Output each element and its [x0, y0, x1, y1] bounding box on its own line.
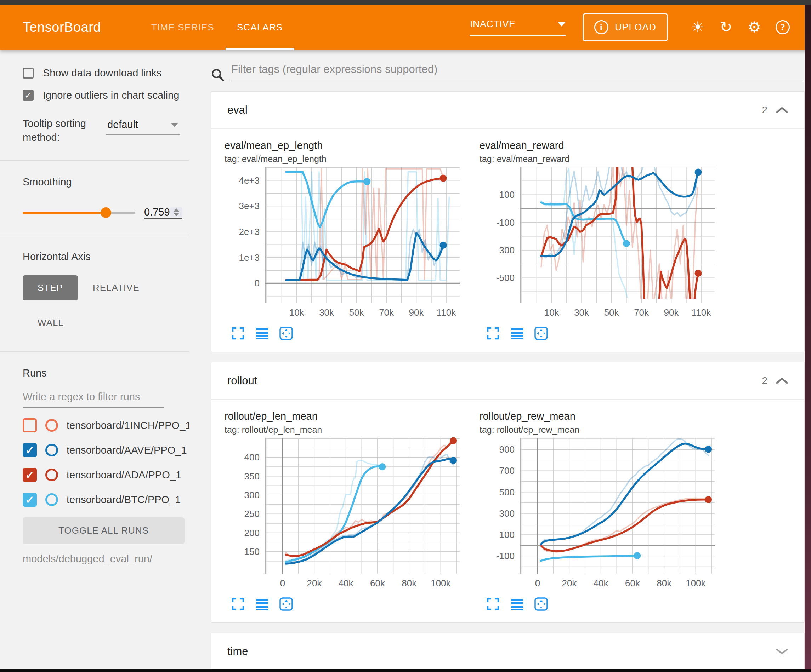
- svg-text:60k: 60k: [625, 578, 640, 589]
- run-checkbox[interactable]: ✓: [23, 468, 37, 482]
- ignore-outliers-row: ✓ Ignore outliers in chart scaling: [23, 90, 189, 101]
- bottom-bar: [0, 669, 811, 672]
- svg-text:80k: 80k: [657, 578, 672, 589]
- tag-filter-input[interactable]: [231, 63, 803, 81]
- show-download-links-checkbox[interactable]: ✓: [23, 68, 34, 79]
- chart-rollout-ep-rew-mean: rollout/ep_rew_mean tag: rollout/ep_rew_…: [480, 410, 730, 613]
- upload-button[interactable]: i UPLOAD: [583, 13, 668, 41]
- stepper-up-icon: [173, 208, 179, 212]
- svg-text:300: 300: [499, 508, 514, 519]
- checkbox-label: Ignore outliers in chart scaling: [43, 90, 179, 101]
- help-icon[interactable]: ?: [769, 20, 797, 34]
- line-chart[interactable]: 100-100-300-50010k30k50k70k90k110k: [480, 164, 730, 324]
- chart-title: rollout/ep_rew_mean: [480, 410, 730, 422]
- svg-text:500: 500: [499, 487, 514, 498]
- svg-text:100k: 100k: [431, 578, 451, 589]
- fit-domain-icon[interactable]: [534, 326, 548, 342]
- svg-text:250: 250: [244, 508, 260, 519]
- svg-text:70k: 70k: [634, 307, 649, 318]
- browser-chrome-bar: [0, 0, 811, 5]
- tag-filter: [231, 63, 803, 81]
- section-header-time[interactable]: time: [211, 633, 804, 670]
- fit-domain-icon[interactable]: [279, 597, 293, 613]
- expand-chart-icon[interactable]: [486, 326, 500, 342]
- settings-sidebar: ✓ Show data download links ✓ Ignore outl…: [0, 49, 189, 672]
- refresh-icon[interactable]: ↻: [712, 20, 740, 35]
- fit-domain-icon[interactable]: [534, 597, 548, 613]
- svg-text:30k: 30k: [574, 307, 589, 318]
- svg-text:150: 150: [244, 547, 260, 557]
- tooltip-sorting-row: Tooltip sorting method: default: [23, 117, 189, 144]
- status-dropdown[interactable]: INACTIVE: [470, 19, 565, 36]
- line-chart[interactable]: 150200250300350400020k40k60k80k100k: [224, 435, 475, 595]
- line-chart[interactable]: 01e+32e+33e+34e+310k30k50k70k90k110k: [224, 164, 475, 324]
- svg-text:20k: 20k: [307, 578, 322, 589]
- expand-chart-icon[interactable]: [486, 597, 500, 613]
- svg-text:100: 100: [499, 189, 514, 200]
- run-row-btc[interactable]: ✓ tensorboard/BTC/PPO_1: [23, 493, 189, 507]
- run-color-circle: [45, 469, 58, 481]
- line-chart[interactable]: -100100300500700900020k40k60k80k100k: [480, 435, 730, 595]
- svg-text:-500: -500: [496, 273, 514, 283]
- run-row-aave[interactable]: ✓ tensorboard/AAVE/PPO_1: [23, 443, 189, 457]
- slider-knob[interactable]: [100, 207, 111, 218]
- brightness-icon[interactable]: ☀: [684, 20, 712, 35]
- svg-text:0: 0: [535, 578, 540, 589]
- tab-scalars[interactable]: SCALARS: [226, 5, 294, 49]
- expand-chart-icon[interactable]: [231, 597, 245, 613]
- svg-text:40k: 40k: [594, 578, 609, 589]
- svg-text:0: 0: [254, 278, 260, 288]
- fit-domain-icon[interactable]: [279, 326, 293, 342]
- svg-text:30k: 30k: [319, 307, 334, 318]
- app-title: TensorBoard: [23, 20, 101, 35]
- number-stepper[interactable]: [170, 207, 182, 217]
- chart-title: eval/mean_reward: [480, 140, 730, 151]
- svg-text:20k: 20k: [562, 578, 577, 589]
- dashboard-main: eval 2 eval/mean_ep_length tag: eval/mea…: [189, 49, 811, 672]
- run-row-ada[interactable]: ✓ tensorboard/ADA/PPO_1: [23, 468, 189, 482]
- divider: [0, 160, 189, 161]
- svg-text:4e+3: 4e+3: [239, 175, 260, 186]
- chart-tag: tag: rollout/ep_len_mean: [224, 425, 475, 435]
- axis-option-wall[interactable]: WALL: [23, 310, 79, 335]
- run-checkbox[interactable]: ✓: [23, 493, 37, 507]
- settings-icon[interactable]: ⚙: [740, 20, 769, 35]
- smoothing-slider[interactable]: [23, 212, 135, 214]
- info-icon: i: [594, 20, 608, 34]
- section-header-eval[interactable]: eval 2: [211, 91, 804, 129]
- expand-chart-icon[interactable]: [231, 326, 245, 342]
- axis-option-relative[interactable]: RELATIVE: [78, 275, 154, 300]
- run-row-1inch[interactable]: ✓ tensorboard/1INCH/PPO_1: [23, 418, 189, 432]
- ignore-outliers-checkbox[interactable]: ✓: [23, 90, 34, 101]
- collapse-control[interactable]: [776, 648, 788, 655]
- chart-tag: tag: eval/mean_reward: [480, 154, 730, 164]
- run-color-circle: [45, 493, 58, 506]
- section-header-rollout[interactable]: rollout 2: [211, 362, 804, 399]
- run-checkbox[interactable]: ✓: [23, 418, 37, 432]
- right-edge-strip: [804, 5, 811, 672]
- run-checkbox[interactable]: ✓: [23, 443, 37, 457]
- toggle-y-axis-icon[interactable]: [510, 597, 524, 613]
- toggle-all-runs-button[interactable]: TOGGLE ALL RUNS: [23, 517, 185, 544]
- toggle-y-axis-icon[interactable]: [510, 326, 524, 342]
- collapse-control[interactable]: 2: [762, 104, 788, 116]
- toggle-y-axis-icon[interactable]: [255, 326, 269, 342]
- smoothing-control: 0.759: [23, 206, 189, 219]
- chevron-up-icon: [776, 377, 788, 384]
- section-title: eval: [227, 104, 248, 117]
- axis-option-step[interactable]: STEP: [23, 275, 78, 300]
- runs-filter-input[interactable]: [23, 391, 165, 407]
- section-card-rollout: rollout 2 rollout/ep_len_mean tag: rollo…: [211, 362, 804, 623]
- tab-time-series[interactable]: TIME SERIES: [140, 5, 226, 49]
- search-icon: [211, 68, 224, 81]
- smoothing-value: 0.759: [144, 206, 170, 218]
- svg-text:200: 200: [244, 528, 260, 538]
- toggle-y-axis-icon[interactable]: [255, 597, 269, 613]
- tooltip-sorting-dropdown[interactable]: default: [106, 119, 180, 135]
- collapse-control[interactable]: 2: [762, 375, 788, 386]
- chart-title: rollout/ep_len_mean: [224, 410, 475, 422]
- horizontal-axis-options: STEP RELATIVE WALL: [23, 275, 165, 335]
- svg-text:-100: -100: [496, 551, 514, 561]
- section-title: rollout: [227, 374, 257, 387]
- svg-text:70k: 70k: [379, 307, 394, 318]
